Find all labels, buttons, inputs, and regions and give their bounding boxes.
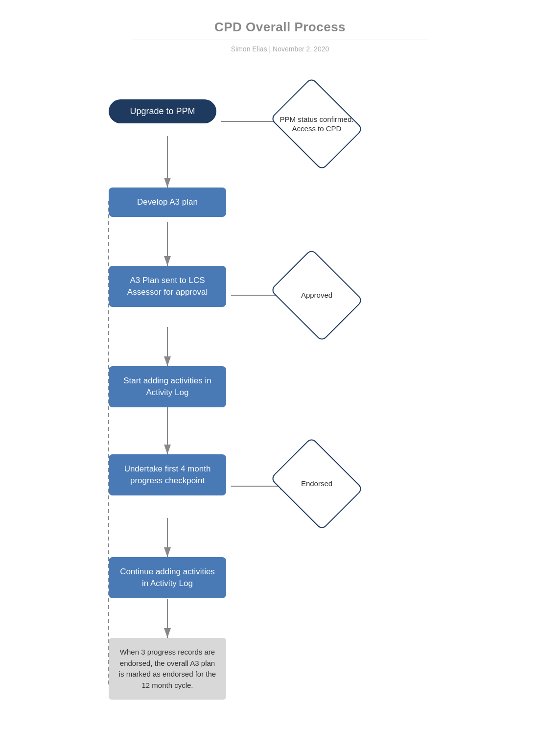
- a3-sent-rect: A3 Plan sent to LCS Assessor for approva…: [109, 266, 226, 307]
- checkpoint-node: Undertake first 4 month progress checkpo…: [109, 454, 226, 495]
- start-activities-label: Start adding activities in Activity Log: [123, 376, 211, 397]
- page-subtitle: Simon Elias | November 2, 2020: [0, 45, 560, 53]
- a3-sent-node: A3 Plan sent to LCS Assessor for approva…: [109, 266, 226, 307]
- diagram-container: Upgrade to PPM PPM status confirmed. Acc…: [84, 72, 476, 752]
- start-activities-node: Start adding activities in Activity Log: [109, 366, 226, 407]
- continue-activities-node: Continue adding activities in Activity L…: [109, 557, 226, 598]
- endorsed-diamond-text: Endorsed: [298, 476, 335, 492]
- checkpoint-rect: Undertake first 4 month progress checkpo…: [109, 454, 226, 495]
- develop-a3-node: Develop A3 plan: [109, 188, 226, 217]
- separator: |: [269, 45, 273, 53]
- final-note-rect: When 3 progress records are endorsed, th…: [109, 638, 226, 700]
- diagram-canvas: Upgrade to PPM PPM status confirmed. Acc…: [84, 72, 476, 752]
- continue-activities-rect: Continue adding activities in Activity L…: [109, 557, 226, 598]
- approved-diamond-text: Approved: [298, 287, 335, 303]
- endorsed-node: Endorsed: [273, 452, 361, 516]
- author-label: Simon Elias: [231, 45, 267, 53]
- checkpoint-label: Undertake first 4 month progress checkpo…: [124, 464, 211, 485]
- date-label: November 2, 2020: [273, 45, 329, 53]
- final-note-node: When 3 progress records are endorsed, th…: [109, 638, 226, 700]
- upgrade-label: Upgrade to PPM: [130, 106, 195, 116]
- approved-node: Approved: [273, 263, 361, 327]
- develop-a3-label: Develop A3 plan: [137, 197, 198, 207]
- ppm-diamond-text: PPM status confirmed. Access to CPD: [273, 112, 361, 137]
- continue-activities-label: Continue adding activities in Activity L…: [120, 567, 215, 588]
- page-title: CPD Overall Process: [0, 20, 560, 35]
- page-header: CPD Overall Process Simon Elias | Novemb…: [0, 20, 560, 53]
- endorsed-diamond-wrapper: Endorsed: [273, 452, 361, 516]
- final-note-label: When 3 progress records are endorsed, th…: [119, 648, 216, 689]
- approved-diamond-wrapper: Approved: [273, 263, 361, 327]
- a3-sent-label: A3 Plan sent to LCS Assessor for approva…: [127, 276, 208, 297]
- title-divider: [133, 40, 427, 40]
- ppm-status-diamond-wrapper: PPM status confirmed. Access to CPD: [273, 92, 361, 156]
- upgrade-node: Upgrade to PPM: [109, 99, 216, 123]
- upgrade-pill: Upgrade to PPM: [109, 99, 216, 123]
- start-activities-rect: Start adding activities in Activity Log: [109, 366, 226, 407]
- develop-a3-rect: Develop A3 plan: [109, 188, 226, 217]
- ppm-status-node: PPM status confirmed. Access to CPD: [273, 92, 361, 156]
